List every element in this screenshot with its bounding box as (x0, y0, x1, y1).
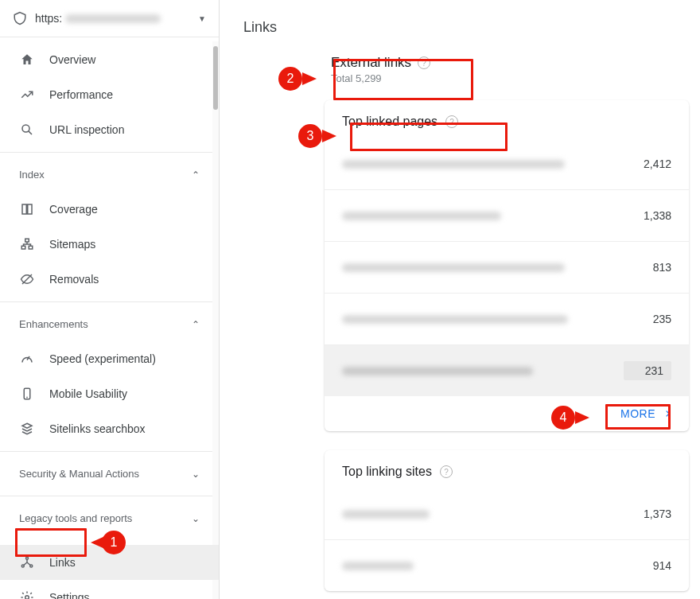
property-prefix: https: (35, 12, 62, 25)
count-cell: 1,338 (624, 209, 671, 222)
dropdown-caret-icon: ▼ (198, 14, 206, 23)
property-text: https: (35, 12, 190, 25)
top-linking-sites-title: Top linking sites (342, 465, 432, 479)
nav-settings-label: Settings (49, 591, 200, 599)
table-row[interactable]: 813 (325, 242, 689, 294)
nav-settings[interactable]: Settings (0, 580, 219, 599)
section-index-header[interactable]: Index ⌃ (0, 158, 219, 192)
external-links-title: External links (331, 55, 411, 71)
more-button-label: MORE (620, 407, 655, 420)
svg-point-11 (26, 557, 29, 559)
mobile-icon (19, 386, 35, 402)
property-domain-redacted (65, 14, 161, 23)
property-selector[interactable]: https: ▼ (0, 0, 219, 37)
section-security-header[interactable]: Security & Manual Actions ⌄ (0, 457, 219, 491)
top-linked-pages-card: Top linked pages ? 2,412 1,338 813 (325, 100, 689, 431)
table-row[interactable]: 1,373 (325, 488, 689, 540)
svg-rect-5 (21, 246, 25, 249)
svg-rect-2 (22, 204, 26, 214)
home-icon (19, 52, 35, 68)
table-row[interactable]: 2,412 (325, 138, 689, 190)
nav-url-inspection-label: URL inspection (49, 123, 200, 136)
url-cell (342, 204, 624, 227)
url-cell (342, 256, 624, 278)
top-linked-pages-title: Top linked pages (342, 115, 438, 129)
table-row[interactable]: 235 (325, 294, 689, 345)
links-icon (19, 554, 35, 570)
nav-links[interactable]: Links (0, 545, 219, 580)
count-cell: 813 (624, 261, 671, 274)
chevron-up-icon: ⌃ (192, 169, 200, 181)
more-row[interactable]: MORE (325, 396, 689, 431)
svg-rect-3 (28, 204, 32, 214)
chevron-right-icon (663, 410, 671, 418)
section-enhancements-label: Enhancements (19, 318, 88, 330)
count-cell: 235 (624, 313, 671, 325)
nav-coverage-label: Coverage (49, 203, 200, 216)
nav-speed[interactable]: Speed (experimental) (0, 341, 219, 376)
nav-removals[interactable]: Removals (0, 262, 219, 297)
search-icon (19, 122, 35, 138)
section-legacy-label: Legacy tools and reports (19, 512, 132, 524)
nav-performance-label: Performance (49, 88, 200, 101)
count-cell: 1,373 (624, 508, 671, 520)
external-links-header: External links ? Total 5,299 (325, 50, 689, 89)
section-security-label: Security & Manual Actions (19, 468, 139, 480)
nav-performance[interactable]: Performance (0, 77, 219, 112)
help-icon[interactable]: ? (440, 465, 453, 478)
nav-sitemaps-label: Sitemaps (49, 238, 200, 251)
chevron-down-icon: ⌄ (192, 469, 200, 480)
count-cell: 231 (624, 361, 671, 380)
url-cell (342, 503, 624, 525)
sitemaps-icon (19, 236, 35, 252)
coverage-icon (19, 201, 35, 217)
svg-point-14 (25, 596, 29, 599)
section-enhancements-header[interactable]: Enhancements ⌃ (0, 307, 219, 341)
gear-icon (19, 589, 35, 599)
nav-overview-label: Overview (49, 53, 200, 66)
svg-point-0 (22, 125, 29, 132)
nav-sitelinks-label: Sitelinks searchbox (49, 422, 200, 435)
nav-mobile-usability-label: Mobile Usability (49, 387, 200, 400)
sitelinks-icon (19, 421, 35, 437)
url-cell (342, 554, 624, 577)
top-linking-sites-card: Top linking sites ? 1,373 914 (325, 450, 689, 591)
count-cell: 2,412 (624, 158, 671, 170)
removals-icon (19, 271, 35, 287)
table-row[interactable]: 914 (325, 540, 689, 591)
performance-icon (19, 87, 35, 103)
page-title: Links (220, 0, 700, 42)
nav-sitelinks[interactable]: Sitelinks searchbox (0, 411, 219, 446)
nav-url-inspection[interactable]: URL inspection (0, 112, 219, 147)
nav-links-label: Links (49, 556, 200, 569)
nav-speed-label: Speed (experimental) (49, 352, 200, 365)
speed-icon (19, 351, 35, 367)
table-row[interactable]: 231 (325, 345, 689, 396)
url-cell (342, 153, 624, 175)
nav-sitemaps[interactable]: Sitemaps (0, 227, 219, 262)
section-index-label: Index (19, 169, 45, 181)
external-links-total: Total 5,299 (331, 72, 682, 84)
main-content: Links External links ? Total 5,299 Top l… (220, 0, 700, 599)
nav-mobile-usability[interactable]: Mobile Usability (0, 376, 219, 411)
sidebar: https: ▼ Overview Performance (0, 0, 220, 599)
nav-overview[interactable]: Overview (0, 42, 219, 77)
help-icon[interactable]: ? (418, 56, 430, 69)
property-icon (13, 11, 27, 25)
nav-removals-label: Removals (49, 273, 200, 286)
chevron-up-icon: ⌃ (192, 319, 200, 330)
svg-rect-6 (29, 246, 33, 249)
table-row[interactable]: 1,338 (325, 190, 689, 242)
url-cell (342, 360, 624, 382)
chevron-down-icon: ⌄ (192, 513, 200, 524)
svg-line-1 (29, 131, 32, 134)
section-legacy-header[interactable]: Legacy tools and reports ⌄ (0, 501, 219, 535)
help-icon[interactable]: ? (445, 115, 458, 128)
url-cell (342, 308, 624, 330)
svg-rect-4 (25, 239, 29, 242)
count-cell: 914 (624, 559, 671, 572)
nav-coverage[interactable]: Coverage (0, 192, 219, 227)
